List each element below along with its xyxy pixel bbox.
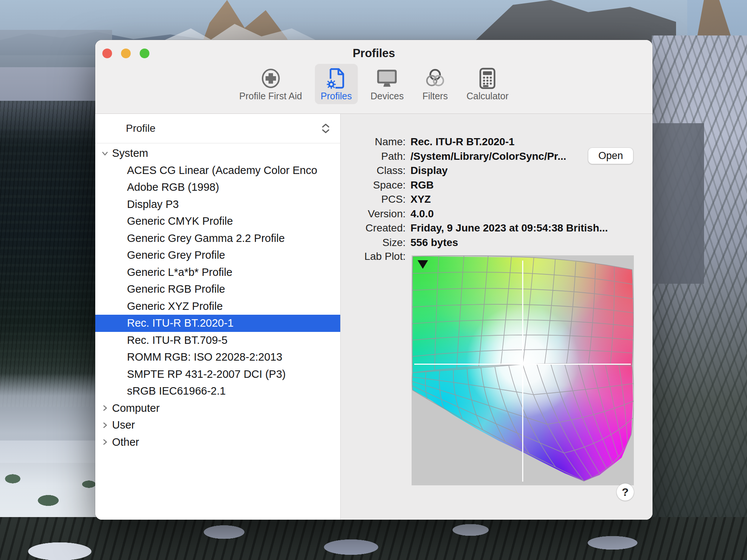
chevron-right-icon <box>101 404 109 412</box>
disclosure-chevron[interactable] <box>100 421 109 430</box>
profile-list-item[interactable]: sRGB IEC61966-2.1 <box>95 383 340 400</box>
window-body: Profile SystemACES CG Linear (Academy Co… <box>95 114 653 520</box>
profile-item-label: Adobe RGB (1998) <box>127 181 219 193</box>
profile-sidebar: Profile SystemACES CG Linear (Academy Co… <box>95 114 341 520</box>
profile-list-item[interactable]: Rec. ITU-R BT.709-5 <box>95 332 340 349</box>
field-value: Display <box>406 165 448 177</box>
toolbar-item-label: Devices <box>371 91 404 102</box>
help-button[interactable]: ? <box>617 483 634 501</box>
profile-list-item[interactable]: SMPTE RP 431-2-2007 DCI (P3) <box>95 366 340 383</box>
field-row-name: Name:Rec. ITU-R BT.2020-1 <box>341 135 608 149</box>
profile-list-item[interactable]: ACES CG Linear (Academy Color Enco <box>95 162 340 179</box>
sidebar-column-title: Profile <box>126 114 155 143</box>
filters-icon-wrap <box>424 67 446 90</box>
profile-list-item[interactable]: Generic RGB Profile <box>95 281 340 298</box>
open-button[interactable]: Open <box>588 148 633 164</box>
profile-list-item[interactable]: Display P3 <box>95 196 340 213</box>
profile-list-item[interactable]: Adobe RGB (1998) <box>95 179 340 196</box>
profiles-icon-wrap <box>325 67 347 90</box>
profile-item-label: Generic CMYK Profile <box>127 215 233 227</box>
calculator-icon <box>479 68 496 89</box>
profile-list-item[interactable]: Generic Grey Profile <box>95 247 340 264</box>
first-aid-icon <box>261 68 281 88</box>
chevron-down-icon <box>322 129 330 134</box>
profile-item-label: Generic XYZ Profile <box>127 300 223 312</box>
venn-circles-icon <box>424 68 446 89</box>
field-row-path: Path:/System/Library/ColorSync/Pr... <box>341 149 608 164</box>
field-value: /System/Library/ColorSync/Pr... <box>406 150 566 162</box>
profile-item-label: Generic Grey Profile <box>127 249 225 261</box>
chevron-down-icon <box>101 150 109 157</box>
sidebar-group-user[interactable]: User <box>95 417 340 434</box>
toolbar-item-label: Profile First Aid <box>239 91 302 102</box>
display-icon <box>376 68 398 89</box>
disclosure-chevron[interactable] <box>100 404 109 413</box>
wallpaper-cliff <box>652 123 704 284</box>
sidebar-group-system[interactable]: System <box>95 145 340 162</box>
group-label: Computer <box>112 402 159 414</box>
sidebar-group-computer[interactable]: Computer <box>95 400 340 417</box>
profile-item-label: Generic Grey Gamma 2.2 Profile <box>127 232 285 245</box>
toolbar-item-filters[interactable]: Filters <box>416 64 454 104</box>
profile-first-aid-icon-wrap <box>260 67 282 90</box>
toolbar-item-profile-first-aid[interactable]: Profile First Aid <box>233 64 308 104</box>
profile-item-label: sRGB IEC61966-2.1 <box>127 385 226 397</box>
lab-plot[interactable] <box>412 255 634 485</box>
field-row-created: Created:Friday, 9 June 2023 at 09:54:38 … <box>341 221 608 236</box>
profile-list-item[interactable]: Generic L*a*b* Profile <box>95 264 340 281</box>
profile-item-label: Display P3 <box>127 198 179 211</box>
toolbar-item-profiles[interactable]: Profiles <box>315 64 358 104</box>
field-label: Space: <box>341 179 406 191</box>
calculator-icon-wrap <box>476 67 499 90</box>
field-value: 4.0.0 <box>406 208 434 220</box>
plot-rotate-marker-icon <box>418 260 428 269</box>
devices-icon-wrap <box>376 67 398 90</box>
window-title: Profiles <box>95 47 653 60</box>
sidebar-header: Profile <box>95 114 340 143</box>
profile-item-label: Rec. ITU-R BT.709-5 <box>127 334 227 346</box>
profile-item-label: Generic RGB Profile <box>127 283 225 295</box>
crosshair-vertical <box>522 261 523 482</box>
field-label: Class: <box>341 165 406 177</box>
disclosure-chevron[interactable] <box>100 438 109 447</box>
toolbar-item-calculator[interactable]: Calculator <box>461 64 515 104</box>
profile-document-icon <box>326 68 346 89</box>
profile-fields: Name:Rec. ITU-R BT.2020-1Path:/System/Li… <box>341 135 608 250</box>
toolbar-item-devices[interactable]: Devices <box>365 64 410 104</box>
detail-panel: Name:Rec. ITU-R BT.2020-1Path:/System/Li… <box>341 114 653 520</box>
field-value: XYZ <box>406 193 431 205</box>
colorsync-window: Profiles Profile First AidProfilesDevice… <box>95 40 653 520</box>
profile-list-item-selected[interactable]: Rec. ITU-R BT.2020-1 <box>95 315 340 332</box>
toolbar-item-label: Profiles <box>321 91 352 102</box>
field-label: PCS: <box>341 193 406 205</box>
toolbar-item-label: Filters <box>422 91 448 102</box>
field-value: Friday, 9 June 2023 at 09:54:38 British.… <box>406 222 608 234</box>
window-header: Profiles Profile First AidProfilesDevice… <box>95 40 653 114</box>
field-label: Created: <box>341 222 406 234</box>
profile-item-label: Generic L*a*b* Profile <box>127 266 232 279</box>
disclosure-chevron[interactable] <box>100 149 109 158</box>
field-value: 556 bytes <box>406 237 458 249</box>
field-label: Path: <box>341 150 406 162</box>
profile-item-label: ROMM RGB: ISO 22028-2:2013 <box>127 351 282 363</box>
profile-list-item[interactable]: ROMM RGB: ISO 22028-2:2013 <box>95 349 340 366</box>
field-value: RGB <box>406 179 434 191</box>
field-row-size: Size:556 bytes <box>341 236 608 250</box>
toolbar-item-label: Calculator <box>467 91 509 102</box>
profile-item-label: SMPTE RP 431-2-2007 DCI (P3) <box>127 368 286 380</box>
profile-list-item[interactable]: Generic CMYK Profile <box>95 213 340 230</box>
profile-list-item[interactable]: Generic XYZ Profile <box>95 298 340 315</box>
profile-list-item[interactable]: Generic Grey Gamma 2.2 Profile <box>95 230 340 247</box>
sidebar-group-other[interactable]: Other <box>95 434 340 451</box>
lab-plot-label: Lab Plot: <box>341 251 406 262</box>
field-label: Size: <box>341 237 406 249</box>
chevron-right-icon <box>101 421 109 429</box>
profile-item-label: ACES CG Linear (Academy Color Enco <box>127 164 317 177</box>
profile-item-label: Rec. ITU-R BT.2020-1 <box>127 317 233 329</box>
sort-toggle-button[interactable] <box>321 122 331 135</box>
field-value: Rec. ITU-R BT.2020-1 <box>406 136 515 148</box>
chevron-right-icon <box>101 438 109 446</box>
toolbar: Profile First AidProfilesDevicesFiltersC… <box>95 64 653 104</box>
group-label: Other <box>112 436 139 448</box>
group-label: User <box>112 419 135 431</box>
